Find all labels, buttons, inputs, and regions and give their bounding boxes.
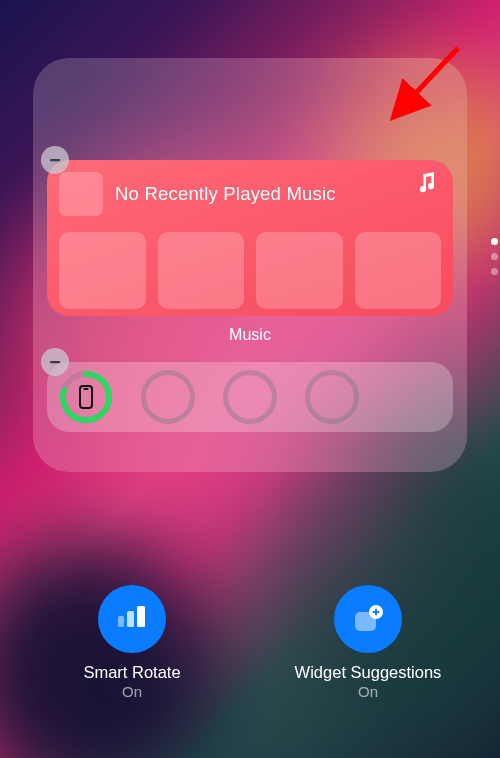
album-tile — [158, 232, 245, 309]
music-widget-wrapper: No Recently Played Music Music — [47, 160, 453, 344]
page-dot — [491, 253, 498, 260]
widget-stack-container[interactable]: No Recently Played Music Music — [33, 58, 467, 472]
stack-page-indicator[interactable] — [491, 238, 498, 275]
minus-icon — [48, 153, 62, 167]
remove-music-widget-button[interactable] — [41, 146, 69, 174]
page-dot — [491, 238, 498, 245]
album-tile — [256, 232, 343, 309]
music-note-icon — [417, 172, 437, 198]
svg-rect-12 — [373, 611, 380, 613]
smart-rotate-status: On — [122, 683, 142, 700]
remove-batteries-widget-button[interactable] — [41, 348, 69, 376]
svg-rect-7 — [127, 611, 134, 627]
album-art-placeholder — [59, 172, 103, 216]
smart-rotate-label: Smart Rotate — [83, 663, 180, 682]
svg-rect-3 — [50, 361, 60, 363]
widget-suggestions-option[interactable]: Widget Suggestions On — [293, 585, 443, 700]
minus-icon — [48, 355, 62, 369]
battery-ring-empty — [141, 370, 195, 424]
page-dot — [491, 268, 498, 275]
widget-suggestions-button[interactable] — [334, 585, 402, 653]
smart-rotate-option[interactable]: Smart Rotate On — [57, 585, 207, 700]
music-status-text: No Recently Played Music — [115, 183, 336, 205]
smart-rotate-icon — [115, 606, 149, 632]
widget-suggestions-icon — [351, 604, 385, 634]
battery-ring-empty — [223, 370, 277, 424]
phone-icon — [79, 385, 93, 409]
widget-suggestions-label: Widget Suggestions — [295, 663, 442, 682]
svg-rect-2 — [50, 159, 60, 161]
album-tile — [355, 232, 442, 309]
widget-suggestions-status: On — [358, 683, 378, 700]
battery-ring-phone — [59, 370, 113, 424]
stack-options-row: Smart Rotate On Widget Suggestions On — [0, 585, 500, 700]
music-widget[interactable]: No Recently Played Music — [47, 160, 453, 316]
battery-ring-empty — [305, 370, 359, 424]
svg-rect-8 — [137, 606, 145, 627]
music-widget-label: Music — [47, 326, 453, 344]
smart-rotate-button[interactable] — [98, 585, 166, 653]
svg-rect-6 — [118, 616, 124, 627]
batteries-widget[interactable] — [47, 362, 453, 432]
album-tile — [59, 232, 146, 309]
batteries-widget-wrapper — [47, 362, 453, 432]
